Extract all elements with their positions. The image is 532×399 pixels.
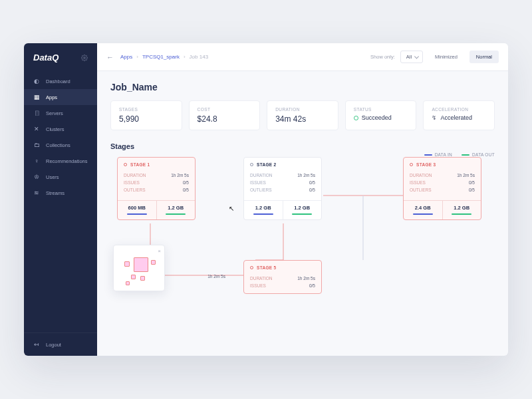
sidebar-item-servers[interactable]: ⌸Servers bbox=[24, 105, 97, 121]
sidebar-item-label: Apps bbox=[46, 94, 57, 100]
sidebar-item-clusters[interactable]: ✕Clusters bbox=[24, 121, 97, 137]
stage-card[interactable]: STAGE 1 DURATION1h 2m 5s ISSUES0/5 OUTLI… bbox=[117, 157, 196, 220]
status-dot-icon bbox=[124, 163, 127, 166]
stream-icon: ≋ bbox=[33, 190, 40, 196]
minimap-popup[interactable]: × bbox=[113, 245, 165, 291]
stage-header: STAGE 3 bbox=[404, 158, 481, 172]
stage-card[interactable]: STAGE 3 DURATION1h 2m 5s ISSUES0/5 OUTLI… bbox=[403, 157, 481, 220]
main: ← Apps › TPCSQ1_spark › Job 143 Show onl… bbox=[97, 43, 508, 356]
row-value: 1h 2m 5s bbox=[297, 276, 315, 281]
filter-select[interactable]: All bbox=[400, 51, 423, 63]
sidebar-item-label: Users bbox=[46, 174, 59, 180]
crumb-link[interactable]: TPCSQ1_spark bbox=[142, 54, 180, 60]
row-label: DURATION bbox=[250, 276, 272, 281]
stage-header: STAGE 1 bbox=[118, 158, 195, 172]
legend-swatch-icon bbox=[424, 154, 432, 156]
row-value: 0/5 bbox=[309, 188, 315, 192]
stages-heading: Stages bbox=[110, 142, 495, 150]
bar-icon bbox=[413, 213, 433, 215]
minimap-diagram bbox=[119, 251, 159, 285]
bar-icon bbox=[253, 213, 273, 215]
legend: DATA IN DATA OUT bbox=[424, 152, 495, 157]
stage-body: DURATION1h 2m 5s ISSUES0/5 OUTLIERS0/5 bbox=[118, 172, 195, 198]
legend-data-out: DATA OUT bbox=[462, 152, 495, 157]
stat-card-status: STATUS Succeeded bbox=[345, 100, 417, 130]
user-icon: ♔ bbox=[33, 174, 40, 180]
stat-label: STAGES bbox=[119, 107, 174, 112]
status-dot-icon bbox=[250, 163, 253, 166]
logout-label: Logout bbox=[46, 342, 61, 348]
sidebar-item-users[interactable]: ♔Users bbox=[24, 169, 97, 185]
sidebar-item-collections[interactable]: 🗀Collections bbox=[24, 137, 97, 153]
sidebar-item-label: Clusters bbox=[46, 126, 65, 132]
stage-title: STAGE 3 bbox=[416, 162, 436, 167]
stat-label: COST bbox=[198, 107, 252, 112]
sidebar-item-apps[interactable]: ▦Apps bbox=[24, 89, 97, 105]
stat-label: STATUS bbox=[354, 107, 408, 112]
view-normal-button[interactable]: Normal bbox=[469, 51, 499, 63]
topbar-controls: Show only: All Minimized Normal bbox=[370, 51, 499, 63]
back-button[interactable]: ← bbox=[106, 53, 114, 61]
stage-title: STAGE 5 bbox=[257, 265, 276, 270]
sidebar-item-streams[interactable]: ≋Streams bbox=[24, 185, 97, 201]
cursor-icon: ↖ bbox=[229, 205, 234, 212]
stage-footer: 1.2 GB 1.2 GB bbox=[244, 200, 321, 219]
row-value: 1h 2m 5s bbox=[207, 274, 225, 279]
sidebar-item-dashboard[interactable]: ◐Dashboard bbox=[24, 73, 97, 89]
diagram-box bbox=[131, 275, 136, 279]
row-label: OUTLIERS bbox=[124, 188, 146, 192]
data-in-cell: 2.4 GB bbox=[404, 201, 442, 219]
bolt-icon: ↯ bbox=[432, 114, 437, 121]
sidebar-item-label: Collections bbox=[46, 142, 70, 148]
diagram-box bbox=[140, 276, 145, 281]
stat-value: Succeeded bbox=[354, 114, 408, 121]
svg-point-0 bbox=[84, 57, 86, 59]
data-in-cell: 600 MB bbox=[118, 201, 156, 219]
gear-icon[interactable] bbox=[81, 55, 88, 61]
data-in-cell: 1.2 GB bbox=[244, 201, 283, 219]
nav: ◐Dashboard ▦Apps ⌸Servers ✕Clusters 🗀Col… bbox=[24, 70, 97, 332]
row-label: OUTLIERS bbox=[250, 188, 272, 192]
stage-body: DURATION1h 2m 5s ISSUES0/5 bbox=[244, 275, 321, 293]
row-value: 0/5 bbox=[309, 180, 315, 185]
stage-footer: 600 MB 1.2 GB bbox=[118, 200, 195, 219]
stages-canvas[interactable]: STAGE 1 DURATION1h 2m 5s ISSUES0/5 OUTLI… bbox=[110, 157, 495, 336]
data-out-cell: 1.2 GB bbox=[156, 201, 196, 219]
row-value: 0/5 bbox=[183, 188, 189, 192]
content: Job_Name STAGES 5,990 COST $24.8 DURATIO… bbox=[97, 71, 508, 356]
status-dot-icon bbox=[250, 266, 253, 269]
view-minimized-button[interactable]: Minimized bbox=[428, 51, 464, 63]
cluster-icon: ✕ bbox=[33, 126, 40, 132]
logout-icon: ↤ bbox=[33, 341, 40, 348]
stat-card-cost: COST $24.8 bbox=[189, 100, 261, 130]
bar-icon bbox=[127, 213, 147, 215]
folder-icon: 🗀 bbox=[33, 142, 40, 148]
data-out-cell: 1.2 GB bbox=[283, 201, 322, 219]
sidebar: DataQ ◐Dashboard ▦Apps ⌸Servers ✕Cluster… bbox=[24, 43, 97, 356]
row-value: 1h 2m 5s bbox=[457, 173, 475, 178]
stat-card-stages: STAGES 5,990 bbox=[110, 100, 182, 130]
legend-swatch-icon bbox=[462, 154, 469, 156]
breadcrumb: Apps › TPCSQ1_spark › Job 143 bbox=[120, 54, 208, 60]
stage-card[interactable]: STAGE 2 DURATION1h 2m 5s ISSUES0/5 OUTLI… bbox=[243, 157, 322, 220]
brand-logo: DataQ bbox=[24, 43, 97, 70]
data-out-cell: 1.2 GB bbox=[442, 201, 481, 219]
logout-button[interactable]: ↤Logout bbox=[24, 332, 97, 356]
bulb-icon: ♀ bbox=[33, 158, 40, 164]
stage-title: STAGE 2 bbox=[257, 162, 276, 167]
stage-card[interactable]: STAGE 5 DURATION1h 2m 5s ISSUES0/5 bbox=[243, 260, 322, 294]
row-label: OUTLIERS bbox=[410, 188, 432, 192]
stage-footer: 2.4 GB 1.2 GB bbox=[404, 200, 481, 219]
status-ok-icon bbox=[354, 116, 358, 120]
chevron-right-icon: › bbox=[136, 54, 138, 60]
sidebar-item-recommendations[interactable]: ♀Recommendations bbox=[24, 153, 97, 169]
filter-value: All bbox=[406, 54, 412, 60]
crumb-link[interactable]: Apps bbox=[120, 54, 132, 60]
row-label: ISSUES bbox=[250, 180, 266, 185]
row-value: 0/5 bbox=[469, 188, 475, 192]
row-value: 0/5 bbox=[469, 180, 475, 185]
sidebar-item-label: Servers bbox=[46, 110, 63, 116]
row-value: 0/5 bbox=[183, 180, 189, 185]
bar-icon bbox=[166, 213, 186, 215]
stat-label: DURATION bbox=[275, 107, 330, 112]
